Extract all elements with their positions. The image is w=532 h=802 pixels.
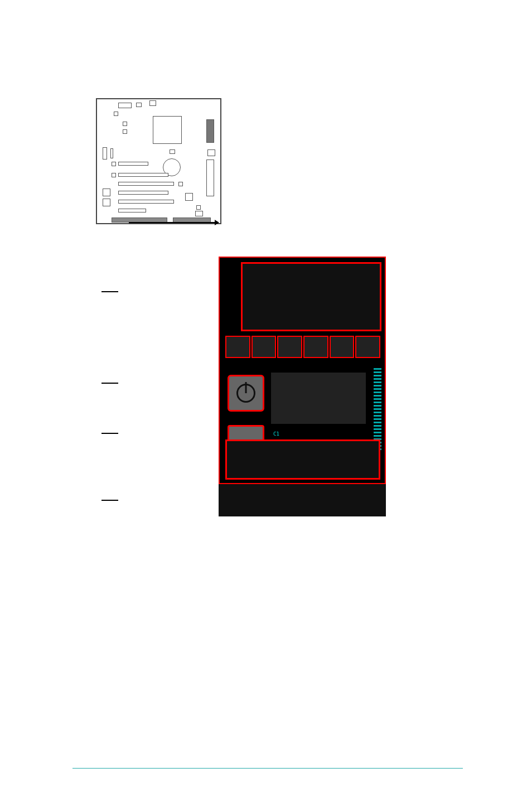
- power-icon: [236, 384, 255, 403]
- tpm-diagram: [96, 98, 463, 235]
- main-chip: [271, 373, 366, 424]
- diagram-arrow: [129, 222, 218, 223]
- gp-card-image: C1: [219, 257, 386, 516]
- seven-seg-left: [243, 269, 311, 325]
- resistor-strip: [225, 336, 380, 358]
- page-footer: [72, 768, 463, 772]
- card-connector-extension: [219, 483, 386, 516]
- card-connector-block: [225, 439, 380, 480]
- led-box: [241, 262, 381, 331]
- motherboard-schematic: [96, 98, 221, 235]
- power-button: [228, 375, 264, 412]
- seven-seg-right: [311, 269, 380, 325]
- gp-card-layout: C1: [96, 257, 463, 516]
